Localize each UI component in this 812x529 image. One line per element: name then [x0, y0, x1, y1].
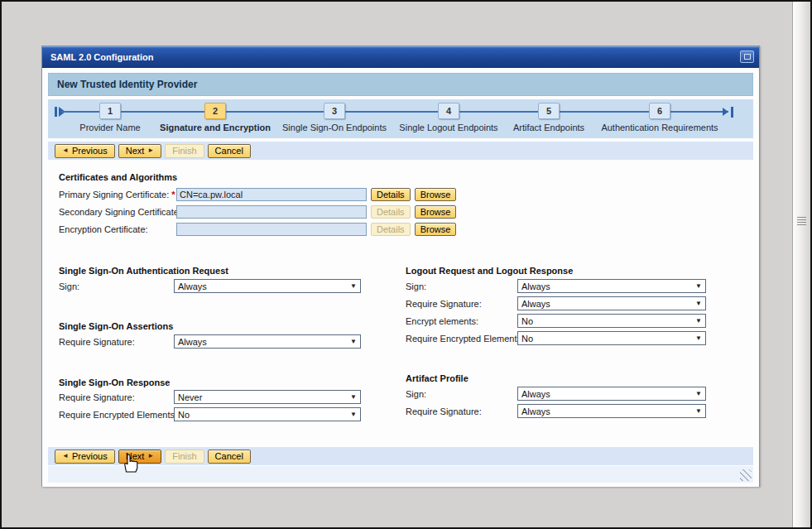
wizard-step-6[interactable]: 6	[649, 103, 670, 119]
dropdown-value: Always	[521, 281, 550, 291]
cancel-button[interactable]: Cancel	[208, 144, 251, 158]
cancel-button-label: Cancel	[215, 451, 243, 461]
artifact-require-signature-row: Require Signature: Always ▼	[406, 404, 706, 418]
step-number: 1	[108, 106, 113, 116]
finish-button: Finish	[165, 144, 204, 158]
wizard-step-4[interactable]: 4	[438, 103, 459, 119]
secondary-signing-certificate-input[interactable]	[176, 205, 367, 219]
sso-auth-request-sign-dropdown[interactable]: Always ▼	[174, 279, 361, 293]
required-marker: *	[171, 190, 175, 200]
dialog-titlebar[interactable]: SAML 2.0 Configuration	[42, 46, 759, 68]
sign-label: Sign:	[406, 281, 517, 291]
artifact-sign-dropdown[interactable]: Always ▼	[517, 387, 706, 401]
artifact-profile-heading: Artifact Profile	[406, 373, 468, 383]
roadmap-connector-line	[61, 111, 728, 113]
secondary-browse-button[interactable]: Browse	[415, 205, 457, 219]
top-toolbar: ◄ Previous Next ► Finish Cancel	[48, 142, 753, 160]
wizard-step-5[interactable]: 5	[538, 103, 560, 119]
finish-button: Finish	[165, 450, 204, 464]
details-label: Details	[377, 207, 405, 217]
logout-sign-dropdown[interactable]: Always ▼	[517, 279, 706, 293]
wizard-roadmap: 1 2 3 4 5 6 Provider Name Signature and …	[48, 99, 753, 138]
splitter-grip-icon[interactable]	[797, 217, 806, 226]
previous-button[interactable]: ◄ Previous	[55, 144, 115, 158]
resize-grip-icon[interactable]	[740, 469, 752, 481]
sso-response-heading: Single Sign-On Response	[59, 378, 170, 387]
cancel-button-label: Cancel	[215, 146, 243, 156]
sso-auth-request-sign-row: Sign: Always ▼	[59, 279, 361, 293]
chevron-down-icon: ▼	[695, 301, 702, 307]
previous-button[interactable]: ◄ Previous	[55, 450, 115, 464]
right-arrow-icon: ►	[147, 453, 154, 459]
require-signature-label: Require Signature:	[406, 406, 517, 416]
sso-assertions-require-signature-dropdown[interactable]: Always ▼	[174, 334, 361, 349]
require-signature-label: Require Signature:	[406, 299, 517, 309]
bottom-toolbar: ◄ Previous Next ► Finish Cancel	[48, 447, 753, 465]
previous-button-label: Previous	[72, 146, 108, 156]
chevron-down-icon: ▼	[350, 339, 357, 345]
browse-label: Browse	[420, 224, 451, 234]
primary-signing-certificate-row: Primary Signing Certificate:* Details Br…	[59, 187, 456, 201]
restore-icon	[744, 54, 751, 60]
previous-button-label: Previous	[72, 451, 108, 461]
dropdown-value: Never	[178, 392, 202, 402]
roadmap-end-icon	[722, 107, 733, 118]
sign-label: Sign:	[406, 389, 517, 399]
wizard-step-3[interactable]: 3	[324, 103, 345, 119]
wizard-step-label-auth-requirements[interactable]: Authentication Requirements	[581, 123, 738, 132]
encryption-certificate-input[interactable]	[176, 223, 367, 236]
dropdown-value: Always	[521, 389, 550, 399]
next-button[interactable]: Next ►	[118, 144, 162, 158]
encryption-certificate-row: Encryption Certificate: Details Browse	[59, 222, 456, 236]
cancel-button[interactable]: Cancel	[208, 450, 251, 464]
left-arrow-icon: ◄	[62, 147, 69, 154]
chevron-down-icon: ▼	[695, 335, 702, 342]
sign-label: Sign:	[59, 281, 174, 291]
logout-require-encrypted-dropdown[interactable]: No ▼	[517, 331, 706, 345]
chevron-down-icon: ▼	[695, 391, 702, 397]
artifact-sign-row: Sign: Always ▼	[406, 387, 706, 401]
encryption-details-button: Details	[371, 223, 411, 236]
side-panel-splitter[interactable]	[792, 2, 811, 527]
wizard-step-1[interactable]: 1	[99, 103, 121, 119]
chevron-down-icon: ▼	[350, 394, 357, 401]
encryption-certificate-label: Encryption Certificate:	[59, 224, 176, 234]
chevron-down-icon: ▼	[350, 411, 357, 418]
dropdown-value: No	[521, 316, 533, 326]
dropdown-value: Always	[521, 299, 550, 309]
chevron-down-icon: ▼	[695, 318, 702, 325]
step-number: 6	[657, 106, 662, 116]
dialog-title: SAML 2.0 Configuration	[50, 52, 153, 62]
restore-window-button[interactable]	[740, 50, 754, 63]
cursor-pointer	[120, 452, 138, 474]
details-label: Details	[377, 224, 405, 234]
chevron-down-icon: ▼	[350, 283, 357, 290]
page-title: New Trusted Identity Provider	[48, 73, 753, 96]
sso-assertions-heading: Single Sign-On Assertions	[59, 321, 173, 331]
saml-configuration-dialog: SAML 2.0 Configuration New Trusted Ident…	[41, 46, 760, 487]
step-number: 5	[546, 106, 551, 116]
next-button-label: Next	[126, 146, 145, 156]
logout-require-encrypted-row: Require Encrypted Elements: No ▼	[406, 331, 706, 345]
primary-details-button[interactable]: Details	[371, 188, 411, 201]
logout-require-signature-row: Require Signature: Always ▼	[406, 296, 706, 310]
desktop-background: SAML 2.0 Configuration New Trusted Ident…	[0, 0, 812, 529]
logout-encrypt-elements-dropdown[interactable]: No ▼	[517, 314, 706, 328]
logout-sign-row: Sign: Always ▼	[406, 279, 706, 293]
sso-response-require-encrypted-dropdown[interactable]: No ▼	[174, 407, 361, 421]
primary-browse-button[interactable]: Browse	[415, 188, 457, 201]
browse-label: Browse	[420, 207, 451, 217]
require-signature-label: Require Signature:	[59, 392, 174, 402]
primary-signing-certificate-input[interactable]	[176, 188, 367, 201]
logout-heading: Logout Request and Logout Response	[406, 266, 573, 276]
wizard-step-2[interactable]: 2	[204, 103, 226, 119]
dropdown-value: No	[178, 410, 190, 420]
artifact-require-signature-dropdown[interactable]: Always ▼	[517, 404, 706, 418]
encryption-browse-button[interactable]: Browse	[415, 223, 457, 236]
browse-label: Browse	[420, 190, 451, 200]
encrypt-elements-label: Encrypt elements:	[406, 316, 517, 326]
secondary-signing-certificate-label: Secondary Signing Certificate:	[59, 207, 176, 217]
sso-response-require-signature-dropdown[interactable]: Never ▼	[174, 390, 361, 404]
require-encrypted-elements-label: Require Encrypted Elements:	[59, 410, 174, 420]
logout-require-signature-dropdown[interactable]: Always ▼	[517, 296, 706, 310]
